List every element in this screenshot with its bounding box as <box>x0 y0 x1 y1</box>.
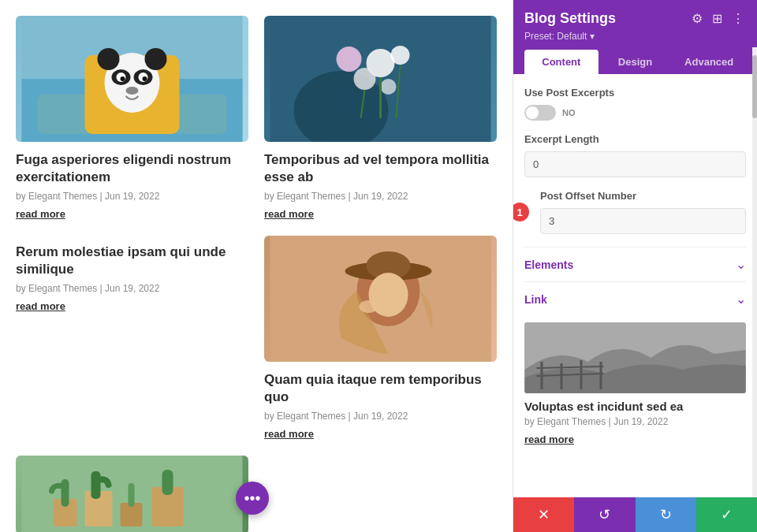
blog-post-3: Rerum molestiae ipsam qui unde similique… <box>16 236 248 440</box>
panel-scrollbar-track <box>752 47 757 497</box>
svg-point-13 <box>126 87 139 95</box>
panel-post-image <box>524 322 746 393</box>
panel-settings-icon[interactable]: ⚙ <box>690 9 704 28</box>
post-4-title: Quam quia itaque rem temporibus quo <box>264 371 497 406</box>
link-section: Link ⌄ <box>524 281 746 316</box>
post-1-read-more[interactable]: read more <box>16 208 248 220</box>
post-3-meta: by Elegant Themes | Jun 19, 2022 <box>16 283 248 294</box>
undo-icon: ↺ <box>599 506 610 523</box>
svg-rect-37 <box>91 471 101 499</box>
link-chevron-icon: ⌄ <box>736 292 746 307</box>
panel-scrollbar-thumb[interactable] <box>752 55 757 118</box>
post-5-image <box>16 456 248 532</box>
post-1-title: Fuga asperiores eligendi nostrum exercit… <box>16 151 248 186</box>
post-4-meta: by Elegant Themes | Jun 19, 2022 <box>264 411 497 422</box>
toolbar-save-button[interactable]: ✓ <box>696 497 757 532</box>
toolbar-redo-button[interactable]: ↻ <box>636 497 696 532</box>
svg-rect-36 <box>62 479 69 507</box>
blog-grid: Fuga asperiores eligendi nostrum exercit… <box>16 16 497 532</box>
post-1-meta: by Elegant Themes | Jun 19, 2022 <box>16 191 248 202</box>
panel-layout-icon[interactable]: ⊞ <box>710 9 724 28</box>
post-3-read-more[interactable]: read more <box>16 300 248 312</box>
blog-post-2: Temporibus ad vel tempora mollitia esse … <box>264 16 497 220</box>
blog-post-1: Fuga asperiores eligendi nostrum exercit… <box>16 16 248 220</box>
excerpt-length-input[interactable] <box>524 151 746 177</box>
toolbar-undo-button[interactable]: ↺ <box>574 497 635 532</box>
use-post-excerpts-group: Use Post Excerpts NO <box>524 87 746 121</box>
post-3-title: Rerum molestiae ipsam qui unde similique <box>16 244 248 278</box>
excerpt-length-group: Excerpt Length <box>524 133 746 177</box>
panel-tabs: Content Design Advanced <box>524 50 746 74</box>
blog-area: Fuga asperiores eligendi nostrum exercit… <box>0 0 513 532</box>
post-offset-label: Post Offset Number <box>540 190 746 202</box>
redo-icon: ↻ <box>660 506 672 523</box>
fab-dots-icon: ••• <box>244 490 260 506</box>
svg-point-17 <box>354 68 376 90</box>
step-badge: 1 <box>513 203 529 221</box>
post-2-read-more[interactable]: read more <box>264 208 497 220</box>
panel-icon-group: ⚙ ⊞ ⋮ <box>690 9 746 28</box>
post-2-title: Temporibus ad vel tempora mollitia esse … <box>264 151 497 186</box>
panel-preset[interactable]: Preset: Default ▾ <box>524 31 746 42</box>
panel-post-meta: by Elegant Themes | Jun 19, 2022 <box>524 416 746 427</box>
svg-point-18 <box>391 46 410 65</box>
excerpt-length-label: Excerpt Length <box>524 133 746 145</box>
use-excerpts-toggle[interactable] <box>524 105 556 121</box>
blog-post-5 <box>16 456 248 532</box>
panel-title: Blog Settings <box>524 10 616 27</box>
post-2-meta: by Elegant Themes | Jun 19, 2022 <box>264 191 497 202</box>
svg-point-30 <box>360 300 378 313</box>
elements-chevron-icon: ⌄ <box>736 257 746 272</box>
use-post-excerpts-label: Use Post Excerpts <box>524 87 746 99</box>
post-2-image <box>264 16 497 142</box>
panel-post-read-more[interactable]: read more <box>524 433 574 445</box>
panel-body: Use Post Excerpts NO Excerpt Length 1 Po… <box>513 74 757 497</box>
svg-point-20 <box>337 47 362 72</box>
post-4-image <box>264 236 497 362</box>
toggle-no-label: NO <box>562 108 576 117</box>
toggle-row: NO <box>524 105 746 121</box>
save-icon: ✓ <box>721 506 733 523</box>
link-label: Link <box>524 293 547 306</box>
post-offset-group: 1 Post Offset Number <box>524 190 746 234</box>
svg-point-5 <box>98 48 120 70</box>
tab-advanced[interactable]: Advanced <box>672 50 746 74</box>
post-1-image <box>16 16 248 142</box>
panel-more-icon[interactable]: ⋮ <box>730 9 746 28</box>
link-header[interactable]: Link ⌄ <box>524 292 746 307</box>
svg-rect-38 <box>129 483 135 507</box>
panel-post-title: Voluptas est incidunt sed ea <box>524 400 746 413</box>
panel-toolbar: ✕ ↺ ↻ ✓ <box>513 497 757 532</box>
floating-action-button[interactable]: ••• <box>236 482 269 515</box>
panel-post-card: Voluptas est incidunt sed ea by Elegant … <box>524 322 746 446</box>
elements-header[interactable]: Elements ⌄ <box>524 257 746 272</box>
svg-point-12 <box>143 76 147 81</box>
post-4-read-more[interactable]: read more <box>264 428 497 440</box>
svg-point-6 <box>145 48 167 70</box>
tab-design[interactable]: Design <box>599 50 673 74</box>
settings-panel: Blog Settings ⚙ ⊞ ⋮ Preset: Default ▾ Co… <box>513 0 757 532</box>
svg-rect-39 <box>162 470 173 495</box>
toolbar-cancel-button[interactable]: ✕ <box>513 497 574 532</box>
panel-header: Blog Settings ⚙ ⊞ ⋮ Preset: Default ▾ Co… <box>513 0 757 74</box>
elements-label: Elements <box>524 259 573 271</box>
blog-post-4: Quam quia itaque rem temporibus quo by E… <box>264 236 497 440</box>
elements-section: Elements ⌄ <box>524 247 746 281</box>
tab-content[interactable]: Content <box>524 50 599 74</box>
post-offset-input[interactable] <box>540 208 746 234</box>
cancel-icon: ✕ <box>538 506 550 523</box>
svg-point-11 <box>121 76 125 81</box>
svg-point-19 <box>381 79 397 95</box>
